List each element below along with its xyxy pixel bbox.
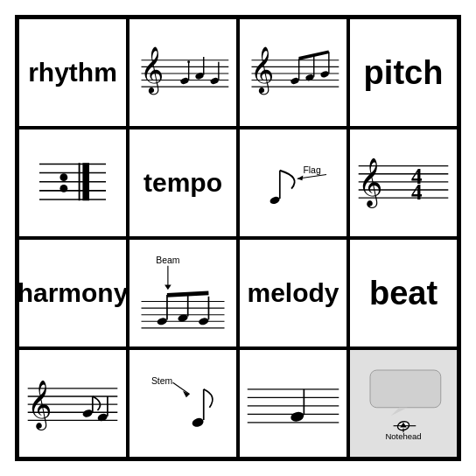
svg-point-32 — [60, 185, 67, 192]
svg-point-10 — [209, 77, 219, 85]
svg-text:𝄞: 𝄞 — [358, 158, 382, 208]
cell-notehead: Notehead — [348, 348, 458, 458]
svg-text:Notehead: Notehead — [385, 431, 421, 441]
tempo-label: tempo — [144, 168, 222, 198]
svg-point-76 — [191, 416, 205, 428]
cell-notes-rhythm: 𝄞 — [128, 18, 238, 128]
svg-text:Stem: Stem — [151, 376, 172, 386]
cell-time-sig: 𝄞 4 4 — [348, 128, 458, 238]
cell-beat: beat — [348, 238, 458, 348]
svg-point-19 — [290, 77, 299, 85]
svg-marker-86 — [391, 408, 408, 416]
cell-repeat-sign — [18, 128, 128, 238]
cell-flag: Flag — [238, 128, 348, 238]
beam-svg: Beam — [133, 243, 233, 343]
notes-pitch-svg: 𝄞 — [243, 23, 343, 122]
treble-small-svg: 𝄞 — [23, 354, 122, 453]
harmony-label: harmony — [18, 278, 128, 308]
cell-harmony: harmony — [18, 238, 128, 348]
repeat-svg — [23, 133, 122, 233]
melody-label: melody — [247, 278, 339, 308]
time-sig-svg: 𝄞 4 4 — [354, 133, 453, 233]
svg-point-60 — [198, 317, 209, 326]
cell-rhythm: rhythm — [18, 18, 128, 128]
svg-point-6 — [179, 77, 189, 85]
cell-stem: Stem — [128, 348, 238, 458]
cell-treble-small: 𝄞 — [18, 348, 128, 458]
svg-point-69 — [81, 409, 93, 418]
bingo-card: rhythm 𝄞 — [15, 15, 461, 461]
notehead-svg: Notehead — [354, 354, 453, 453]
svg-text:𝄞: 𝄞 — [140, 46, 164, 95]
svg-marker-50 — [164, 285, 172, 290]
svg-text:4: 4 — [411, 180, 423, 204]
svg-point-23 — [319, 70, 329, 78]
svg-text:𝄞: 𝄞 — [250, 46, 274, 95]
svg-line-74 — [173, 382, 190, 394]
cell-beam: Beam — [128, 238, 238, 348]
staff-note-svg — [243, 354, 343, 453]
cell-tempo: tempo — [128, 128, 238, 238]
svg-point-12 — [187, 60, 190, 63]
cell-melody: melody — [238, 238, 348, 348]
stem-svg: Stem — [133, 354, 233, 453]
svg-point-31 — [60, 173, 67, 181]
pitch-label: pitch — [364, 54, 444, 92]
rhythm-label: rhythm — [28, 58, 117, 88]
notes-rhythm-svg: 𝄞 — [133, 23, 233, 122]
svg-text:𝄞: 𝄞 — [27, 380, 52, 430]
beat-label: beat — [369, 275, 438, 312]
cell-staff-note — [238, 348, 348, 458]
cell-pitch: pitch — [348, 18, 458, 128]
cell-notes-pitch: 𝄞 — [238, 18, 348, 128]
svg-point-83 — [290, 410, 304, 423]
svg-point-35 — [269, 195, 280, 205]
svg-text:Flag: Flag — [303, 165, 320, 175]
svg-text:Beam: Beam — [156, 256, 179, 265]
svg-rect-85 — [370, 370, 441, 408]
svg-marker-38 — [298, 175, 304, 180]
svg-point-56 — [157, 317, 168, 326]
flag-svg: Flag — [243, 133, 343, 233]
